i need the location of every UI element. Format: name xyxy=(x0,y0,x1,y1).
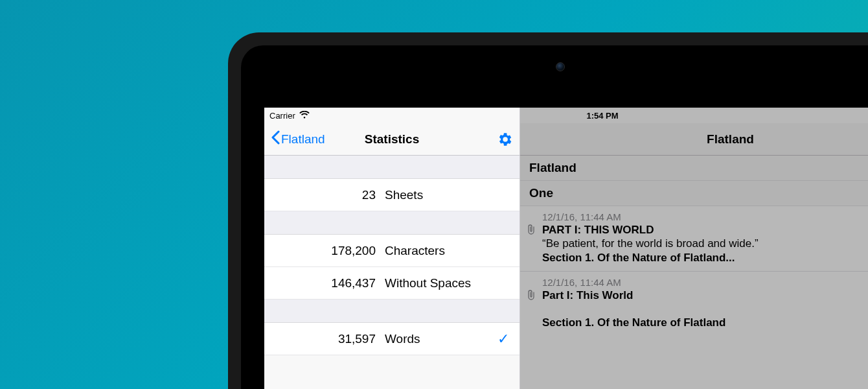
stat-row-words[interactable]: 31,597 Words ✓ xyxy=(264,323,520,355)
stat-row-without-spaces[interactable]: 146,437 Without Spaces xyxy=(264,267,520,300)
document-item[interactable]: 12/1/16, 11:44 AM Part I: This World xyxy=(520,272,868,309)
section-gap xyxy=(264,211,520,235)
stat-label: Without Spaces xyxy=(385,276,509,290)
stat-row-sheets[interactable]: 23 Sheets xyxy=(264,179,520,211)
document-date: 12/1/16, 11:44 AM xyxy=(542,277,868,288)
stat-label: Words xyxy=(385,332,497,346)
status-bar: Carrier 1:54 PM 100% xyxy=(264,108,868,123)
back-label: Flatland xyxy=(281,132,325,147)
document-section: Section 1. Of the Nature of Flatland... xyxy=(542,252,868,265)
stat-value: 31,597 xyxy=(275,332,385,346)
stat-value: 23 xyxy=(275,188,385,202)
stat-row-characters[interactable]: 178,200 Characters xyxy=(264,235,520,267)
stat-value: 146,437 xyxy=(275,276,385,290)
section-header: One xyxy=(520,181,868,206)
document-title: Part I: This World xyxy=(542,289,868,302)
sidebar-pane: Flatland Statistics 23 Sheets 178,200 Ch… xyxy=(264,108,520,389)
paperclip-icon xyxy=(527,290,536,303)
document-preview: “Be patient, for the world is broad and … xyxy=(542,237,868,250)
device-frame: Carrier 1:54 PM 100% Flatland Statistics xyxy=(228,32,868,389)
settings-button[interactable] xyxy=(496,131,513,148)
detail-nav-bar: Flatland xyxy=(520,123,868,156)
front-camera xyxy=(556,62,565,71)
screen: Carrier 1:54 PM 100% Flatland Statistics xyxy=(264,108,868,389)
document-item[interactable]: 12/1/16, 11:44 AM PART I: THIS WORLD “Be… xyxy=(520,206,868,272)
detail-nav-title: Flatland xyxy=(707,132,754,147)
section-gap xyxy=(264,156,520,179)
nav-bar: Flatland Statistics xyxy=(264,123,520,156)
stat-value: 178,200 xyxy=(275,244,385,258)
document-title: PART I: THIS WORLD xyxy=(542,224,868,237)
checkmark-icon: ✓ xyxy=(497,331,509,348)
gear-icon xyxy=(496,131,513,148)
section-header: Flatland xyxy=(520,156,868,181)
chevron-left-icon xyxy=(271,130,280,148)
document-date: 12/1/16, 11:44 AM xyxy=(542,211,868,222)
stat-label: Sheets xyxy=(385,188,509,202)
paperclip-icon xyxy=(527,224,536,237)
document-section: Section 1. Of the Nature of Flatland xyxy=(520,309,868,337)
back-button[interactable]: Flatland xyxy=(271,130,325,148)
status-time: 1:54 PM xyxy=(264,111,868,121)
section-gap xyxy=(264,300,520,323)
stat-label: Characters xyxy=(385,244,509,258)
detail-pane: Flatland Flatland One 12/1/16, 11:44 AM … xyxy=(520,108,868,389)
